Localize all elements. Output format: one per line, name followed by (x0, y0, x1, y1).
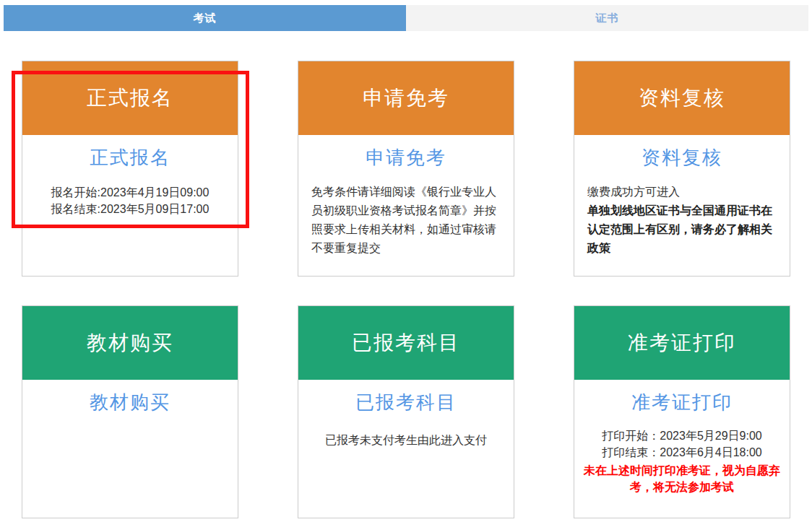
registered-subjects-link[interactable]: 已报考科目 (298, 388, 514, 416)
exam-portal-page: 考试 证书 正式报名 正式报名 报名开始:2023年4月19日09:00 报名结… (0, 0, 812, 522)
registration-end-date: 报名结束:2023年5月09日17:00 (22, 201, 238, 217)
registration-dates: 报名开始:2023年4月19日09:00 报名结束:2023年5月09日17:0… (22, 184, 238, 217)
print-end-date: 打印结束：2023年6月4日18:00 (574, 444, 790, 461)
print-start-date: 打印开始：2023年5月29日9:00 (574, 427, 790, 444)
review-notes: 缴费成功方可进入 单独划线地区证书与全国通用证书在认定范围上有区别，请务必了解相… (587, 183, 778, 258)
tab-bar: 考试 证书 (4, 5, 808, 31)
exemption-note: 免考条件请详细阅读《银行业专业人员初级职业资格考试报名简章》并按照要求上传相关材… (311, 183, 502, 258)
card-header: 申请免考 (298, 61, 514, 135)
material-review-link[interactable]: 资料复核 (574, 144, 790, 171)
card-material-review: 资料复核 资料复核 缴费成功方可进入 单独划线地区证书与全国通用证书在认定范围上… (574, 61, 790, 277)
registration-start-date: 报名开始:2023年4月19日09:00 (22, 184, 238, 201)
card-header: 教材购买 (22, 306, 238, 380)
cards-grid: 正式报名 正式报名 报名开始:2023年4月19日09:00 报名结束:2023… (22, 61, 790, 518)
card-registered-subjects: 已报考科目 已报考科目 已报考未支付考生由此进入支付 (298, 305, 514, 518)
textbook-purchase-link[interactable]: 教材购买 (22, 388, 238, 416)
card-admission-ticket-print: 准考证打印 准考证打印 打印开始：2023年5月29日9:00 打印结束：202… (574, 305, 790, 518)
tab-certificate[interactable]: 证书 (406, 5, 808, 31)
payment-entry-note: 已报考未支付考生由此进入支付 (298, 432, 514, 448)
card-formal-registration: 正式报名 正式报名 报名开始:2023年4月19日09:00 报名结束:2023… (22, 61, 238, 277)
card-header: 资料复核 (574, 61, 790, 135)
review-policy-note: 单独划线地区证书与全国通用证书在认定范围上有区别，请务必了解相关政策 (587, 201, 778, 258)
review-entry-note: 缴费成功方可进入 (587, 183, 778, 201)
card-header: 已报考科目 (298, 306, 514, 380)
print-warning: 未在上述时间打印准考证，视为自愿弃考，将无法参加考试 (581, 462, 783, 495)
exemption-application-link[interactable]: 申请免考 (298, 144, 514, 171)
tab-exam[interactable]: 考试 (4, 5, 406, 31)
card-header: 准考证打印 (574, 306, 790, 380)
admission-ticket-print-link[interactable]: 准考证打印 (574, 388, 790, 416)
card-exemption-application: 申请免考 申请免考 免考条件请详细阅读《银行业专业人员初级职业资格考试报名简章》… (298, 61, 514, 277)
formal-registration-link[interactable]: 正式报名 (22, 144, 238, 171)
card-textbook-purchase: 教材购买 教材购买 (22, 305, 238, 518)
card-header: 正式报名 (22, 61, 238, 135)
print-dates: 打印开始：2023年5月29日9:00 打印结束：2023年6月4日18:00 (574, 427, 790, 461)
